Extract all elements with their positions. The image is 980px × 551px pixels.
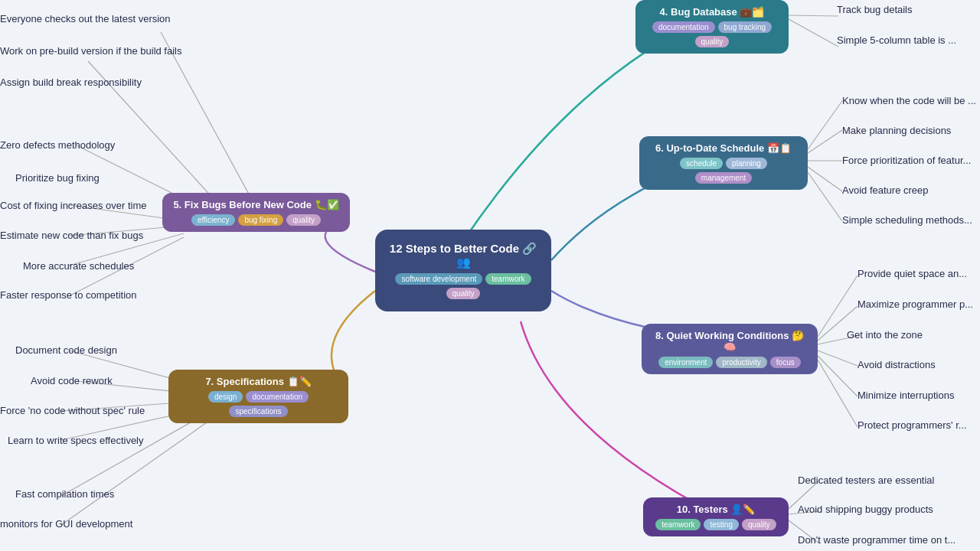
fix-bugs-tags: efficiency bug fixing quality — [173, 214, 339, 226]
specs-tags: design documentation specifications — [179, 391, 338, 417]
svg-line-14 — [789, 19, 838, 47]
specs-node[interactable]: 7. Specifications 📋✏️ design documentati… — [168, 370, 348, 423]
leaf-get-zone: Get into the zone — [847, 329, 923, 341]
tag-quality: quality — [446, 288, 481, 299]
tag-planning: planning — [726, 158, 767, 169]
leaf-zero-defects: Zero defects methodology — [0, 139, 115, 151]
leaf-cost-fixing: Cost of fixing increases over time — [0, 200, 146, 211]
schedule-node[interactable]: 6. Up-to-Date Schedule 📅📋 schedule plann… — [639, 136, 808, 190]
leaf-avoid-distractions: Avoid distractions — [858, 359, 936, 370]
specs-label: 7. Specifications 📋✏️ — [205, 376, 311, 387]
tag-environment: environment — [658, 357, 713, 368]
leaf-dont-waste: Don't waste programmer time on t... — [798, 534, 956, 546]
leaf-assign-build: Assign build break responsibility — [0, 77, 142, 88]
svg-line-12 — [61, 417, 214, 525]
tag-documentation: documentation — [652, 21, 715, 33]
tag-testing: testing — [704, 519, 738, 530]
svg-line-24 — [818, 356, 858, 396]
leaf-provide-quiet: Provide quiet space an... — [858, 268, 967, 279]
leaf-fast-compile: Fast compilation times — [15, 488, 114, 500]
leaf-work-on-pre: Work on pre-build version if the build f… — [0, 45, 182, 57]
leaf-avoid-shipping: Avoid shipping buggy products — [798, 504, 933, 515]
leaf-more-accurate: More accurate schedules — [23, 260, 134, 272]
bug-database-tags: documentation bug tracking quality — [646, 21, 778, 47]
svg-line-23 — [818, 350, 858, 366]
leaf-estimate-new: Estimate new code than fix bugs — [0, 230, 143, 241]
tag-documentation-specs: documentation — [246, 391, 309, 403]
tag-quality-testers: quality — [742, 519, 776, 530]
svg-line-11 — [61, 413, 207, 496]
testers-tags: teamwork testing quality — [654, 519, 778, 530]
svg-line-13 — [789, 15, 838, 16]
tag-bug-fixing: bug fixing — [238, 214, 283, 226]
quiet-tags: environment productivity focus — [652, 357, 807, 368]
leaf-avoid-creep: Avoid feature creep — [842, 184, 929, 196]
leaf-learn-specs: Learn to write specs effectively — [8, 435, 144, 446]
center-tags: software development teamwork quality — [389, 273, 537, 299]
leaf-simple-5col: Simple 5-column table is ... — [837, 34, 956, 46]
testers-node[interactable]: 10. Testers 👤✏️ teamwork testing quality — [643, 497, 789, 536]
svg-line-20 — [818, 276, 858, 337]
leaf-prioritize-bug: Prioritize bug fixing — [15, 172, 100, 184]
schedule-label: 6. Up-to-Date Schedule 📅📋 — [655, 142, 792, 154]
tag-bug-tracking: bug tracking — [718, 21, 772, 33]
leaf-avoid-rework: Avoid code rework — [31, 375, 113, 386]
tag-quality-bugdb: quality — [695, 36, 730, 47]
quiet-label: 8. Quiet Working Conditions 🤔🧠 — [655, 330, 804, 353]
bug-database-node[interactable]: 4. Bug Database 💼🗂️ documentation bug tr… — [635, 0, 789, 54]
leaf-track-bug: Track bug details — [837, 4, 913, 15]
leaf-everyone-checks: Everyone checks out the latest version — [0, 13, 171, 24]
leaf-faster-response: Faster response to competition — [0, 289, 136, 301]
schedule-tags: schedule planning management — [650, 158, 797, 184]
leaf-document-code: Document code design — [15, 344, 117, 356]
leaf-know-when: Know when the code will be ... — [842, 95, 976, 106]
leaf-monitors-gui: monitors for GUI development — [0, 518, 132, 530]
tag-design: design — [208, 391, 243, 403]
tag-productivity: productivity — [716, 357, 767, 368]
tag-schedule: schedule — [680, 158, 723, 169]
leaf-simple-sched: Simple scheduling methods... — [842, 214, 972, 226]
tag-software-development: software development — [395, 273, 482, 285]
tag-quality-fix: quality — [286, 214, 321, 226]
tag-teamwork: teamwork — [485, 273, 531, 285]
leaf-protect-prog: Protect programmers' r... — [858, 419, 967, 431]
tag-specifications: specifications — [229, 406, 287, 417]
center-node[interactable]: 12 Steps to Better Code 🔗👥 software deve… — [375, 230, 551, 311]
leaf-force-prior: Force prioritization of featur... — [842, 155, 971, 166]
svg-line-0 — [161, 32, 256, 208]
fix-bugs-label: 5. Fix Bugs Before New Code 🐛✅ — [173, 199, 338, 210]
bug-database-label: 4. Bug Database 💼🗂️ — [660, 6, 765, 18]
leaf-maximize-prog: Maximize programmer p... — [858, 298, 973, 310]
leaf-dedicated-testers: Dedicated testers are essential — [798, 474, 934, 486]
tag-management: management — [695, 172, 752, 184]
svg-line-25 — [818, 360, 858, 427]
leaf-force-no-code: Force 'no code without spec' rule — [0, 405, 145, 416]
leaf-make-planning: Make planning decisions — [842, 125, 951, 136]
testers-label: 10. Testers 👤✏️ — [677, 504, 756, 515]
tag-efficiency: efficiency — [191, 214, 236, 226]
leaf-minimize-interruptions: Minimize interruptions — [858, 390, 954, 401]
tag-focus: focus — [770, 357, 801, 368]
center-label: 12 Steps to Better Code 🔗👥 — [390, 242, 537, 269]
fix-bugs-node[interactable]: 5. Fix Bugs Before New Code 🐛✅ efficienc… — [162, 193, 350, 232]
quiet-node[interactable]: 8. Quiet Working Conditions 🤔🧠 environme… — [642, 324, 818, 374]
tag-teamwork-testers: teamwork — [655, 519, 701, 530]
